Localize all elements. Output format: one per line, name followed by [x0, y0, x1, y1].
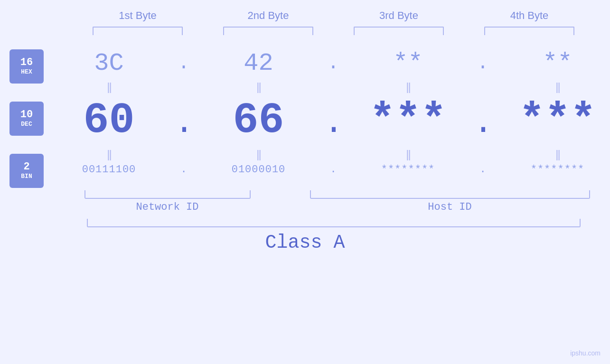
equals-cell-4: || [492, 80, 610, 93]
bin-dot-1: . [174, 164, 193, 176]
byte-header-4: 4th Byte [464, 9, 595, 22]
bin-row: 00111100 . 01000010 . ******** . *******… [44, 164, 610, 176]
top-brackets [28, 27, 610, 35]
byte-header-3: 3rd Byte [334, 9, 464, 22]
bracket-3 [334, 27, 464, 35]
dec-cell-2: 66 [193, 96, 324, 145]
hex-value-2: 42 [244, 49, 273, 77]
network-id-label: Network ID [136, 201, 198, 213]
bin-value-3: ******** [381, 164, 435, 176]
hex-row: 3C . 42 . ** . ** [44, 49, 610, 77]
dec-badge: 10 DEC [9, 102, 44, 136]
bin-value-1: 00111100 [82, 164, 136, 176]
network-bracket-line [84, 190, 251, 199]
bin-badge-text: BIN [21, 173, 32, 180]
equals-sign-5: || [107, 148, 111, 161]
equals-sign-7: || [406, 148, 410, 161]
hex-badge-number: 16 [20, 57, 33, 68]
bracket-line-4 [484, 27, 574, 35]
main-container: 1st Byte 2nd Byte 3rd Byte 4th Byte 16 H… [0, 0, 610, 364]
dec-value-2: 66 [233, 96, 284, 145]
equals-cell-1: || [44, 80, 174, 93]
hex-cell-4: ** [492, 49, 610, 77]
byte-header-1: 1st Byte [73, 9, 203, 22]
bracket-1 [73, 27, 203, 35]
equals-sign-1: || [107, 80, 111, 93]
hex-value-4: ** [543, 49, 572, 77]
dec-value-4: *** [519, 96, 596, 145]
hex-cell-3: ** [343, 49, 473, 77]
hex-cell-2: 42 [193, 49, 324, 77]
bin-cell-3: ******** [343, 164, 473, 176]
equals-row-2: || || || || [44, 145, 610, 164]
bin-badge-number: 2 [23, 161, 29, 173]
labels-column: 16 HEX 10 DEC 2 BIN [0, 49, 44, 188]
content-area: 16 HEX 10 DEC 2 BIN 3C [0, 49, 610, 188]
hex-badge-text: HEX [21, 68, 32, 76]
equals-cell-6: || [193, 148, 324, 161]
dec-badge-number: 10 [20, 109, 33, 121]
equals-cell-7: || [343, 148, 473, 161]
dec-cell-4: *** [492, 96, 610, 145]
bracket-line-2 [223, 27, 313, 35]
host-id-section: Host ID [284, 190, 610, 213]
class-a-section: Class A [265, 232, 345, 253]
bin-dot-3: . [473, 164, 492, 176]
bracket-line-3 [354, 27, 444, 35]
dec-dot-3: . [473, 107, 492, 145]
bottom-bracket-row: Network ID Host ID [28, 190, 610, 213]
bracket-2 [203, 27, 334, 35]
hex-value-1: 3C [94, 49, 123, 77]
bin-dot-2: . [324, 164, 343, 176]
equals-row-1: || || || || [44, 77, 610, 96]
bin-cell-4: ******** [492, 164, 610, 176]
equals-sign-8: || [555, 148, 559, 161]
dec-value-1: 60 [83, 96, 134, 145]
equals-cell-5: || [44, 148, 174, 161]
bin-cell-2: 01000010 [193, 164, 324, 176]
host-id-label: Host ID [428, 201, 471, 213]
equals-cell-3: || [343, 80, 473, 93]
full-bracket-row [28, 219, 610, 227]
values-grid: 3C . 42 . ** . ** || [44, 49, 610, 176]
dec-dot-1: . [174, 107, 193, 145]
equals-sign-3: || [406, 80, 410, 93]
equals-cell-2: || [193, 80, 324, 93]
byte-headers: 1st Byte 2nd Byte 3rd Byte 4th Byte [28, 9, 610, 22]
watermark: ipshu.com [570, 349, 601, 357]
bin-value-2: 01000010 [232, 164, 286, 176]
equals-sign-6: || [256, 148, 260, 161]
bin-badge: 2 BIN [9, 154, 44, 188]
dec-badge-text: DEC [21, 121, 32, 128]
hex-cell-1: 3C [44, 49, 174, 77]
byte-header-2: 2nd Byte [203, 9, 334, 22]
dec-value-3: *** [369, 96, 446, 145]
equals-sign-2: || [256, 80, 260, 93]
hex-dot-2: . [324, 53, 343, 74]
host-bracket-line [310, 190, 590, 199]
hex-value-3: ** [393, 49, 422, 77]
dec-dot-2: . [324, 107, 343, 145]
equals-cell-8: || [492, 148, 610, 161]
bracket-4 [464, 27, 595, 35]
hex-badge: 16 HEX [9, 49, 44, 84]
dec-cell-3: *** [343, 96, 473, 145]
equals-sign-4: || [555, 80, 559, 93]
hex-dot-3: . [473, 53, 492, 74]
class-label: Class A [265, 232, 345, 253]
hex-dot-1: . [174, 53, 193, 74]
bin-value-4: ******** [531, 164, 585, 176]
network-id-section: Network ID [51, 190, 284, 213]
dec-row: 60 . 66 . *** . *** [44, 96, 610, 145]
bin-cell-1: 00111100 [44, 164, 174, 176]
bracket-line-1 [93, 27, 183, 35]
dec-cell-1: 60 [44, 96, 174, 145]
full-bracket-line [87, 219, 581, 227]
